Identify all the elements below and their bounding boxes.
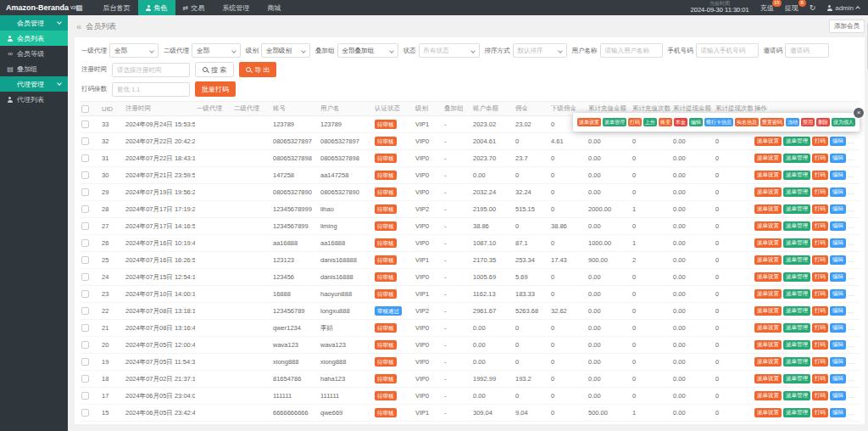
dispatch-manage-button[interactable]: 派单管理 [783,306,810,316]
dispatch-manage-button[interactable]: 派单管理 [783,221,810,231]
dispatch-manage-button[interactable]: 派单管理 [783,188,810,197]
dispatch-manage-button[interactable]: 派单管理 [783,408,810,417]
nav-item[interactable]: 系统管理 [212,0,257,15]
popup-action-button[interactable]: 删除 [816,118,830,126]
dispatch-setting-button[interactable]: 派单设置 [754,154,782,163]
popup-action-button[interactable]: 上分 [643,118,657,126]
dama-button[interactable]: 打码 [812,137,828,146]
dispatch-setting-button[interactable]: 派单设置 [754,238,782,248]
more-actions-icon[interactable]: … [848,409,855,417]
row-checkbox[interactable] [81,409,89,417]
dispatch-setting-button[interactable]: 派单设置 [754,137,782,146]
dispatch-manage-button[interactable]: 派单管理 [783,171,810,180]
edit-button[interactable]: 编辑 [830,391,846,400]
dama-button[interactable]: 打码 [812,374,828,383]
dama-button[interactable]: 打码 [812,323,828,333]
row-checkbox[interactable] [81,375,89,383]
dispatch-manage-button[interactable]: 派单管理 [783,204,810,214]
dispatch-manage-button[interactable]: 派单管理 [783,323,810,333]
row-checkbox[interactable] [81,222,89,230]
popup-action-button[interactable]: 编辑 [689,118,703,126]
dispatch-setting-button[interactable]: 派单设置 [754,391,782,400]
dispatch-manage-button[interactable]: 派单管理 [783,374,810,383]
dama-button[interactable]: 打码 [812,340,828,350]
dama-button[interactable]: 打码 [812,272,828,282]
dispatch-setting-button[interactable]: 派单设置 [754,323,782,333]
popup-action-button[interactable]: 派单管理 [603,118,626,126]
row-checkbox[interactable] [81,324,89,332]
edit-button[interactable]: 编辑 [830,357,846,367]
more-actions-icon[interactable]: … [848,188,855,196]
popup-action-button[interactable]: 设为假人 [832,118,855,126]
more-actions-icon[interactable]: … [848,239,855,247]
more-actions-icon[interactable]: … [848,375,855,383]
edit-button[interactable]: 编辑 [830,289,846,299]
more-actions-icon[interactable]: … [848,256,855,264]
row-checkbox[interactable] [81,205,89,213]
filter-input[interactable] [785,43,829,58]
sidebar-item[interactable]: 叠加组 [0,61,68,76]
row-checkbox[interactable] [81,188,89,196]
dama-button[interactable]: 打码 [812,306,828,316]
filter-input[interactable] [600,43,663,58]
more-actions-icon[interactable]: … [848,392,855,400]
more-actions-icon[interactable]: … [848,290,855,298]
filter-select[interactable]: 全部 [109,43,159,58]
multiplier-input[interactable] [112,82,190,97]
row-checkbox[interactable] [81,137,89,145]
more-actions-icon[interactable]: … [848,273,855,281]
row-checkbox[interactable] [81,358,89,366]
dispatch-setting-button[interactable]: 派单设置 [754,289,782,299]
nav-item[interactable]: 交易 [175,0,213,15]
refresh-icon[interactable]: ↻ [810,3,816,12]
batch-dama-button[interactable]: 批量打码 [195,81,236,97]
edit-button[interactable]: 编辑 [830,374,846,383]
select-all-checkbox[interactable] [81,105,89,113]
edit-button[interactable]: 编辑 [830,238,846,248]
dama-button[interactable]: 打码 [812,357,828,367]
row-checkbox[interactable] [81,273,89,281]
dama-button[interactable]: 打码 [812,408,828,417]
back-icon[interactable]: « [76,21,81,31]
search-button[interactable]: 搜 索 [195,62,234,77]
popup-action-button[interactable]: 禁用 [801,118,815,126]
dispatch-setting-button[interactable]: 派单设置 [754,255,782,265]
more-actions-icon[interactable]: … [848,324,855,332]
dispatch-setting-button[interactable]: 派单设置 [754,306,782,316]
popup-action-button[interactable]: 本金 [674,118,687,126]
row-checkbox[interactable] [81,120,89,128]
popup-action-button[interactable]: 实名信息 [735,118,759,126]
row-checkbox[interactable] [81,239,89,247]
sidebar-item[interactable]: 代理管理 [0,76,68,92]
more-actions-icon[interactable]: … [848,137,855,145]
filter-select[interactable]: 默认排序 [513,43,567,58]
register-time-input[interactable] [112,63,190,77]
filter-select[interactable]: 全部叠加组 [337,43,398,58]
dama-button[interactable]: 打码 [812,289,828,299]
admin-menu[interactable]: admin [826,4,860,12]
more-actions-icon[interactable]: … [848,154,855,162]
close-icon[interactable]: × [854,108,864,118]
dispatch-setting-button[interactable]: 派单设置 [754,221,782,231]
popup-action-button[interactable]: 冻结 [786,118,799,126]
sidebar-item[interactable]: 会员等级 [0,46,68,61]
edit-button[interactable]: 编辑 [830,204,846,214]
popup-action-button[interactable]: 重置密码 [760,118,784,126]
edit-button[interactable]: 编辑 [830,306,846,316]
dama-button[interactable]: 打码 [812,238,828,248]
dispatch-manage-button[interactable]: 派单管理 [783,238,810,248]
popup-action-button[interactable]: 派单设置 [577,118,601,126]
dama-button[interactable]: 打码 [812,221,828,231]
more-actions-icon[interactable]: … [848,358,855,366]
dispatch-manage-button[interactable]: 派单管理 [783,289,810,299]
dispatch-manage-button[interactable]: 派单管理 [783,340,810,350]
export-button[interactable]: 导 出 [239,62,276,77]
nav-item[interactable]: 角色 [138,0,175,15]
edit-button[interactable]: 编辑 [830,188,846,197]
dispatch-manage-button[interactable]: 派单管理 [783,391,810,400]
popup-action-button[interactable]: 打码 [628,118,642,126]
dispatch-manage-button[interactable]: 派单管理 [783,272,810,282]
dispatch-setting-button[interactable]: 派单设置 [754,204,782,214]
edit-button[interactable]: 编辑 [830,408,846,417]
recharge-link[interactable]: 充值 15 [760,3,774,13]
